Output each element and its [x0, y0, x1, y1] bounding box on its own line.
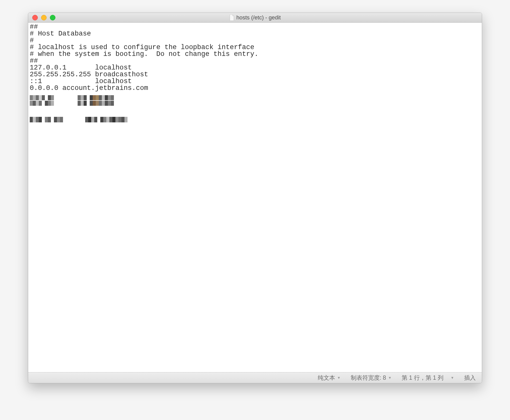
svg-rect-44: [42, 117, 45, 122]
svg-rect-42: [36, 117, 39, 122]
tab-width-selector[interactable]: 制表符宽度: 8 ▼: [351, 374, 392, 382]
svg-rect-19: [111, 95, 114, 100]
svg-rect-46: [48, 117, 51, 122]
svg-rect-15: [99, 95, 102, 100]
svg-rect-52: [88, 117, 91, 122]
svg-rect-4: [42, 95, 45, 100]
svg-rect-38: [108, 101, 111, 106]
svg-rect-8: [78, 95, 81, 100]
text-editor-area[interactable]: ## # Host Database # # localhost is used…: [28, 23, 482, 372]
svg-rect-33: [93, 101, 96, 106]
tab-width-label: 制表符宽度: 8: [351, 374, 386, 382]
window-title: hosts (/etc) - gedit: [236, 14, 281, 21]
chevron-down-icon: ▼: [337, 376, 341, 380]
svg-rect-36: [102, 101, 105, 106]
svg-rect-35: [99, 101, 102, 106]
svg-rect-7: [51, 95, 54, 100]
svg-rect-30: [84, 101, 87, 106]
svg-rect-28: [78, 101, 81, 106]
svg-rect-17: [105, 95, 108, 100]
svg-rect-49: [57, 117, 60, 122]
svg-rect-47: [51, 117, 54, 122]
document-icon: [229, 15, 234, 21]
svg-rect-10: [84, 95, 87, 100]
svg-rect-59: [109, 117, 112, 122]
svg-rect-11: [87, 95, 90, 100]
svg-rect-1: [33, 95, 36, 100]
cursor-position[interactable]: 第 1 行，第 1 列 ▼: [402, 374, 454, 382]
svg-rect-12: [90, 95, 93, 100]
document-text[interactable]: ## # Host Database # # localhost is used…: [30, 24, 480, 92]
svg-rect-62: [118, 117, 121, 122]
svg-rect-37: [105, 101, 108, 106]
svg-rect-21: [33, 101, 36, 106]
svg-rect-14: [96, 95, 99, 100]
insert-mode-label: 插入: [464, 374, 476, 382]
window-close-button[interactable]: [32, 15, 38, 20]
svg-rect-51: [85, 117, 88, 122]
svg-rect-34: [96, 101, 99, 106]
insert-mode-toggle[interactable]: 插入: [464, 374, 476, 382]
svg-rect-45: [45, 117, 48, 122]
svg-rect-41: [33, 117, 36, 122]
window-minimize-button[interactable]: [41, 15, 47, 20]
svg-rect-32: [90, 101, 93, 106]
window-title-wrap: hosts (/etc) - gedit: [28, 14, 482, 21]
svg-rect-63: [121, 117, 124, 122]
cursor-position-label: 第 1 行，第 1 列: [402, 374, 443, 382]
svg-rect-3: [39, 95, 42, 100]
gedit-window: hosts (/etc) - gedit ## # Host Database …: [28, 13, 482, 383]
status-bar: 纯文本 ▼ 制表符宽度: 8 ▼ 第 1 行，第 1 列 ▼ 插入: [28, 372, 482, 383]
svg-rect-56: [100, 117, 103, 122]
svg-rect-5: [45, 95, 48, 100]
svg-rect-29: [81, 101, 84, 106]
svg-rect-6: [48, 95, 51, 100]
svg-rect-54: [94, 117, 97, 122]
window-zoom-button[interactable]: [50, 15, 55, 20]
svg-rect-55: [97, 117, 100, 122]
svg-rect-18: [108, 95, 111, 100]
svg-rect-43: [39, 117, 42, 122]
svg-rect-64: [124, 117, 128, 122]
svg-rect-57: [103, 117, 106, 122]
window-controls: [28, 15, 55, 20]
svg-rect-25: [45, 101, 48, 106]
svg-rect-58: [106, 117, 109, 122]
svg-rect-61: [115, 117, 118, 122]
svg-rect-60: [112, 117, 115, 122]
chevron-down-icon: ▼: [451, 376, 454, 380]
svg-rect-40: [30, 117, 33, 122]
svg-rect-27: [51, 101, 54, 106]
svg-rect-20: [30, 101, 33, 106]
svg-rect-9: [81, 95, 84, 100]
syntax-mode-label: 纯文本: [318, 374, 335, 382]
redacted-content: [30, 95, 151, 131]
svg-rect-2: [36, 95, 39, 100]
svg-rect-53: [91, 117, 94, 122]
svg-rect-26: [48, 101, 51, 106]
svg-rect-22: [36, 101, 39, 106]
svg-rect-16: [102, 95, 105, 100]
svg-rect-0: [30, 95, 33, 100]
svg-rect-48: [54, 117, 57, 122]
svg-rect-13: [93, 95, 96, 100]
desktop-background: hosts (/etc) - gedit ## # Host Database …: [0, 0, 510, 420]
svg-rect-31: [87, 101, 90, 106]
svg-rect-24: [42, 101, 45, 106]
svg-rect-23: [39, 101, 42, 106]
window-titlebar[interactable]: hosts (/etc) - gedit: [28, 13, 482, 23]
svg-rect-39: [111, 101, 114, 106]
svg-rect-50: [60, 117, 63, 122]
syntax-mode-selector[interactable]: 纯文本 ▼: [318, 374, 341, 382]
chevron-down-icon: ▼: [388, 376, 392, 380]
